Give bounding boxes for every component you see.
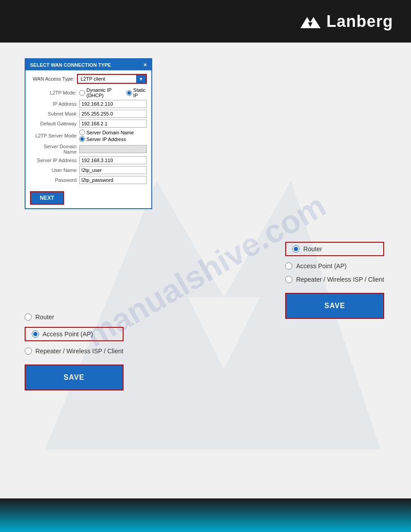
server-domain-name-row: Server Domain Name — [30, 144, 147, 154]
server-ip-option[interactable]: Server IP Address — [79, 136, 147, 142]
right-repeater-radio[interactable] — [285, 276, 292, 283]
next-button-container: NEXT — [30, 188, 147, 205]
l2tp-server-mode-label: L2TP Server Mode — [30, 133, 79, 138]
server-ip-address-row: Server IP Address — [30, 156, 147, 164]
default-gateway-label: Default Gateway — [30, 121, 79, 126]
right-access-point-radio[interactable] — [285, 262, 292, 270]
left-repeater-label: Repeater / Wireless ISP / Client — [35, 348, 124, 355]
right-router-label: Router — [303, 245, 322, 253]
wan-access-type-label: WAN Access Type: — [30, 76, 77, 82]
right-access-point-option[interactable]: Access Point (AP) — [285, 262, 384, 270]
l2tp-mode-static-radio[interactable] — [126, 90, 132, 96]
l2tp-mode-dynamic-option[interactable]: Dynamic IP (DHCP) — [79, 87, 121, 98]
subnet-mask-label: Subnet Mask — [30, 111, 79, 116]
left-save-button[interactable]: SAVE — [25, 365, 124, 390]
right-repeater-label: Repeater / Wireless ISP / Client — [296, 276, 384, 283]
logo-text: Lanberg — [326, 12, 393, 31]
user-name-row: User Name — [30, 166, 147, 174]
password-label: Password — [30, 177, 79, 183]
subnet-mask-row: Subnet Mask — [30, 110, 147, 118]
l2tp-mode-label: L2TP Mode: — [30, 90, 79, 95]
right-repeater-option[interactable]: Repeater / Wireless ISP / Client — [285, 276, 384, 283]
left-router-label: Router — [35, 313, 54, 321]
password-input[interactable] — [79, 176, 147, 184]
right-router-option[interactable]: Router — [292, 245, 322, 253]
server-domain-option[interactable]: Server Domain Name — [79, 129, 147, 135]
logo: Lanberg — [298, 12, 393, 31]
wan-dialog-body: WAN Access Type: L2TP client Static IP D… — [26, 70, 151, 208]
wan-dialog-close-button[interactable]: × — [143, 62, 147, 68]
right-router-option-box: Router — [285, 242, 384, 256]
ip-address-input[interactable] — [79, 100, 147, 108]
header: Lanberg — [0, 0, 411, 43]
wan-access-type-select[interactable]: L2TP client Static IP Dynamic IP (DHCP) … — [78, 75, 146, 83]
server-domain-label: Server Domain Name — [86, 130, 134, 135]
password-row: Password — [30, 176, 147, 184]
l2tp-mode-dynamic-label: Dynamic IP (DHCP) — [86, 87, 121, 98]
l2tp-server-mode-row: L2TP Server Mode Server Domain Name Serv… — [30, 129, 147, 142]
next-button[interactable]: NEXT — [30, 191, 64, 205]
wan-access-type-select-wrapper: L2TP client Static IP Dynamic IP (DHCP) … — [77, 74, 147, 84]
server-mode-radio-group: Server Domain Name Server IP Address — [79, 129, 147, 142]
right-save-button[interactable]: SAVE — [285, 293, 384, 319]
left-access-point-option[interactable]: Access Point (AP) — [32, 330, 93, 338]
ip-address-row: IP Address — [30, 100, 147, 108]
lanberg-logo-icon — [298, 13, 323, 30]
left-repeater-option[interactable]: Repeater / Wireless ISP / Client — [25, 348, 124, 355]
server-ip-label: Server IP Address — [86, 137, 126, 142]
default-gateway-input[interactable] — [79, 120, 147, 128]
left-router-option[interactable]: Router — [25, 313, 124, 321]
wan-dialog-header: SELECT WAN CONNECTION TYPE × — [26, 59, 151, 70]
svg-marker-0 — [300, 17, 321, 28]
wan-dialog: SELECT WAN CONNECTION TYPE × WAN Access … — [25, 58, 152, 209]
l2tp-mode-static-option[interactable]: Static IP — [126, 87, 147, 98]
default-gateway-row: Default Gateway — [30, 120, 147, 128]
left-repeater-radio[interactable] — [25, 348, 32, 355]
l2tp-mode-radio-group: Dynamic IP (DHCP) Static IP — [79, 87, 147, 98]
server-domain-name-label: Server Domain Name — [30, 144, 79, 154]
server-domain-radio[interactable] — [79, 129, 85, 135]
subnet-mask-input[interactable] — [79, 110, 147, 118]
right-router-radio[interactable] — [292, 245, 300, 253]
l2tp-mode-static-label: Static IP — [133, 87, 147, 98]
server-domain-name-input[interactable] — [79, 145, 147, 153]
left-router-radio[interactable] — [25, 313, 32, 321]
l2tp-mode-dynamic-radio[interactable] — [79, 90, 85, 96]
left-access-point-radio[interactable] — [32, 330, 39, 338]
wan-dialog-title: SELECT WAN CONNECTION TYPE — [30, 62, 111, 68]
server-ip-address-input[interactable] — [79, 156, 147, 164]
user-name-input[interactable] — [79, 166, 147, 174]
left-ap-option-box: Access Point (AP) — [25, 327, 124, 341]
server-ip-address-label: Server IP Address — [30, 158, 79, 163]
user-name-label: User Name — [30, 167, 79, 173]
left-device-mode-panel: Router Access Point (AP) Repeater / Wire… — [25, 313, 124, 390]
ip-address-label: IP Address — [30, 101, 79, 107]
wan-access-type-row: WAN Access Type: L2TP client Static IP D… — [30, 74, 147, 84]
right-access-point-label: Access Point (AP) — [296, 262, 347, 270]
l2tp-mode-row: L2TP Mode: Dynamic IP (DHCP) Static IP — [30, 87, 147, 98]
left-access-point-label: Access Point (AP) — [43, 330, 93, 338]
right-device-mode-panel: Router Access Point (AP) Repeater / Wire… — [285, 242, 384, 319]
footer — [0, 498, 411, 532]
server-ip-radio[interactable] — [79, 136, 85, 142]
